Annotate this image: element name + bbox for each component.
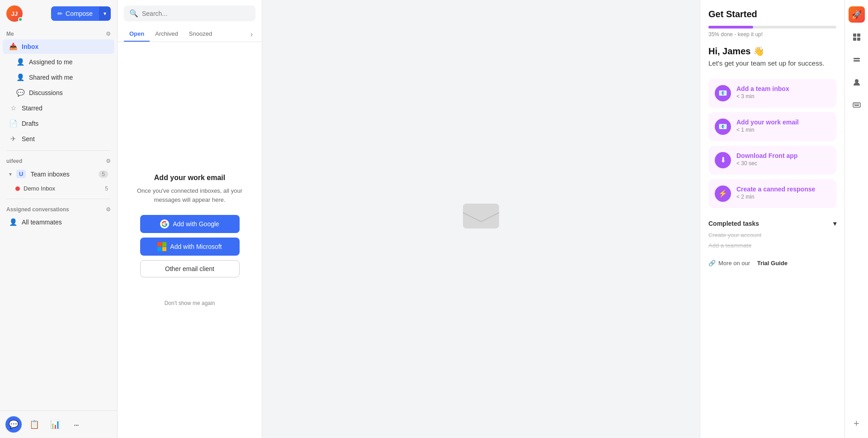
team-gear-icon[interactable]: ⚙: [106, 158, 111, 164]
inbox-label: Inbox: [22, 43, 38, 50]
tabs-bar: Open Archived Snoozed ›: [118, 25, 262, 42]
task-card-download-app[interactable]: ⬇ Download Front app < 30 sec: [708, 146, 836, 175]
sidebar-item-sent[interactable]: ✈ Sent: [3, 132, 114, 146]
sidebar-item-all-teammates[interactable]: 👤 All teammates: [3, 215, 114, 229]
empty-state-description: Once you've connected inboxes, all your …: [127, 186, 253, 204]
task-time-work-email: < 1 min: [736, 127, 830, 133]
sidebar-item-assigned[interactable]: 👤 Assigned to me: [3, 55, 114, 69]
sidebar-item-shared[interactable]: 👤 Shared with me: [3, 70, 114, 85]
completed-header[interactable]: Completed tasks ▾: [708, 220, 836, 227]
sidebar-bottom: 💬 📋 📊 ···: [0, 410, 117, 438]
assigned-conv-label: Assigned conversations: [6, 206, 69, 213]
rt-icon-grid[interactable]: [849, 29, 865, 45]
team-label: uifeed: [6, 158, 22, 164]
task-icon-download-app: ⬇: [715, 152, 731, 168]
demo-inbox-count: 5: [105, 186, 108, 192]
bottom-icon-analytics[interactable]: 📊: [47, 416, 63, 433]
main-container: 🔍 Open Archived Snoozed › Add your work …: [118, 0, 868, 438]
shared-icon: 👤: [16, 73, 24, 81]
progress-label: 35% done - keep it up!: [708, 31, 836, 38]
rt-plus-button[interactable]: +: [849, 415, 865, 432]
trial-guide-link[interactable]: 🔗 More on our Trial Guide: [708, 260, 836, 267]
add-with-google-button[interactable]: Add with Google: [140, 215, 240, 233]
sidebar-item-discussions[interactable]: 💬 Discussions: [3, 86, 114, 100]
rt-icon-person[interactable]: [849, 74, 865, 90]
task-time-canned-response: < 2 min: [736, 194, 830, 200]
progress-bar: [708, 26, 836, 29]
compose-dropdown-btn[interactable]: ▾: [99, 7, 111, 20]
trial-guide-label: Trial Guide: [757, 260, 788, 267]
sidebar-item-team-inboxes[interactable]: ▾ U Team inboxes 5: [3, 167, 114, 181]
team-inboxes-label: Team inboxes: [30, 171, 69, 178]
svg-rect-0: [463, 204, 499, 229]
task-time-team-inbox: < 3 min: [736, 93, 830, 100]
sidebar: JJ ✏ Compose ▾ Me ⚙ 📥 Inbox 👤 Assigned t…: [0, 0, 118, 438]
sidebar-divider-1: [6, 150, 111, 151]
task-card-team-inbox[interactable]: 📧 Add a team inbox < 3 min: [708, 79, 836, 108]
layers-svg: [853, 56, 861, 64]
task-card-work-email[interactable]: 📧 Add your work email < 1 min: [708, 112, 836, 141]
task-icon-work-email: 📧: [715, 119, 731, 135]
search-bar: 🔍: [118, 0, 262, 25]
tabs-more-btn[interactable]: ›: [248, 29, 255, 40]
search-input-wrap[interactable]: 🔍: [124, 5, 255, 21]
sidebar-header: JJ ✏ Compose ▾: [0, 0, 117, 27]
task-content-work-email: Add your work email < 1 min: [736, 119, 830, 133]
team-inboxes-count: 5: [99, 171, 108, 178]
bottom-icon-tasks[interactable]: 📋: [26, 416, 42, 433]
rt-icon-layers[interactable]: [849, 52, 865, 68]
add-with-microsoft-button[interactable]: Add with Microsoft: [140, 238, 240, 256]
other-email-button[interactable]: Other email client: [140, 260, 240, 277]
assigned-icon: 👤: [16, 58, 24, 66]
avatar[interactable]: JJ: [6, 5, 23, 22]
chevron-down-icon: ▾: [104, 10, 106, 17]
task-title-team-inbox: Add a team inbox: [736, 85, 830, 92]
trial-guide-prefix: More on our: [718, 260, 750, 267]
starred-label: Starred: [22, 105, 42, 112]
external-link-icon: 🔗: [708, 260, 716, 267]
bottom-icon-more[interactable]: ···: [68, 416, 84, 433]
team-avatar: U: [16, 170, 26, 178]
message-list-empty: Add your work email Once you've connecte…: [118, 42, 262, 438]
sidebar-item-inbox[interactable]: 📥 Inbox: [3, 39, 114, 54]
tab-open-label: Open: [129, 30, 144, 37]
compose-label: Compose: [66, 10, 93, 17]
sidebar-item-starred[interactable]: ☆ Starred: [3, 101, 114, 115]
tab-snoozed[interactable]: Snoozed: [184, 27, 217, 42]
all-teammates-label: All teammates: [22, 219, 62, 226]
svg-rect-6: [854, 60, 860, 62]
svg-rect-4: [857, 38, 860, 41]
tab-archived[interactable]: Archived: [150, 27, 184, 42]
collapse-icon: ▾: [9, 171, 12, 177]
assigned-gear-icon[interactable]: ⚙: [106, 206, 111, 213]
grid-svg: [853, 33, 861, 41]
edit-icon: ✏: [57, 10, 63, 17]
message-list-panel: 🔍 Open Archived Snoozed › Add your work …: [118, 0, 262, 438]
rt-icon-keyboard[interactable]: [849, 97, 865, 113]
greeting-sub: Let's get your team set up for success.: [708, 58, 836, 69]
sidebar-item-demo-inbox[interactable]: Demo Inbox 5: [3, 182, 114, 195]
dont-show-link[interactable]: Don't show me again: [165, 300, 215, 306]
gear-icon[interactable]: ⚙: [106, 31, 111, 37]
search-input[interactable]: [142, 10, 250, 17]
compose-btn-main[interactable]: ✏ Compose: [51, 6, 99, 21]
google-icon: [160, 219, 169, 229]
add-google-label: Add with Google: [173, 220, 219, 228]
content-area: [262, 0, 700, 438]
compose-button[interactable]: ✏ Compose ▾: [51, 6, 111, 21]
svg-point-7: [855, 79, 859, 83]
bottom-icon-chat[interactable]: 💬: [5, 416, 22, 433]
get-started-title: Get Started: [708, 9, 836, 19]
rt-icon-rocket[interactable]: 🚀: [849, 6, 865, 23]
task-icon-team-inbox: 📧: [715, 85, 731, 101]
microsoft-icon: [157, 242, 166, 251]
task-card-canned-response[interactable]: ⚡ Create a canned response < 2 min: [708, 179, 836, 208]
greeting: Hi, James 👋: [708, 46, 836, 57]
svg-rect-10: [855, 104, 856, 105]
completed-item-create-account: Create your account: [708, 232, 836, 238]
sidebar-item-drafts[interactable]: 📄 Drafts: [3, 116, 114, 131]
other-email-label: Other email client: [165, 265, 214, 272]
assigned-conversations-section: Assigned conversations ⚙: [0, 203, 117, 214]
assigned-label: Assigned to me: [29, 58, 73, 66]
tab-open[interactable]: Open: [124, 27, 150, 42]
